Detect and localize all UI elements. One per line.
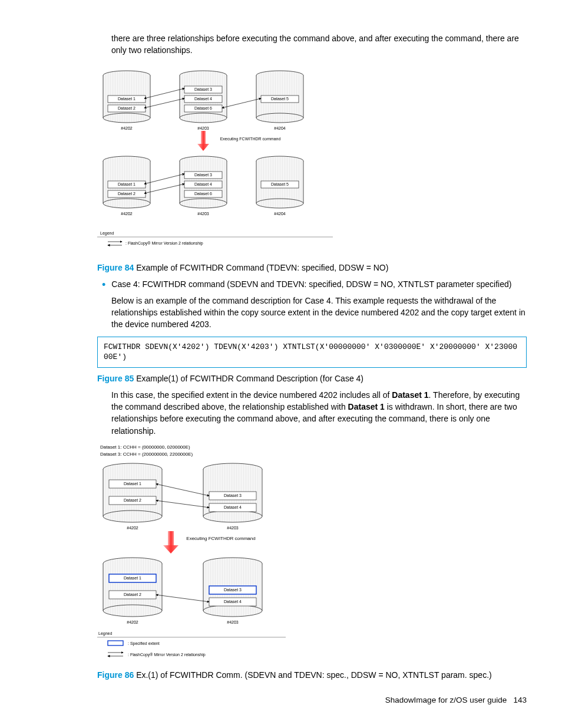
svg-text:Dataset 1: Dataset 1 bbox=[118, 97, 135, 101]
svg-line-124 bbox=[156, 595, 209, 602]
figure-85-label: Figure 85 bbox=[97, 374, 134, 383]
bullet-icon: • bbox=[102, 279, 105, 290]
svg-point-52 bbox=[180, 199, 227, 208]
figure-86-caption: Figure 86 Ex.(1) of FCWITHDR Comm. (SDEV… bbox=[97, 670, 527, 680]
svg-text:Dataset 2: Dataset 2 bbox=[124, 592, 141, 597]
svg-rect-101 bbox=[168, 531, 174, 545]
svg-point-83 bbox=[103, 510, 162, 522]
svg-point-64 bbox=[256, 199, 303, 208]
intro-paragraph: there are three relationships before exe… bbox=[97, 32, 527, 57]
svg-text:#4203: #4203 bbox=[197, 212, 209, 216]
svg-text:#4203: #4203 bbox=[197, 126, 209, 130]
svg-text:Dataset 4: Dataset 4 bbox=[194, 97, 212, 101]
figure-84-caption: Figure 84 Example of FCWITHDR Command (T… bbox=[97, 263, 527, 272]
svg-text:Dataset 3:  CCHH = (200000000,: Dataset 3: CCHH = (200000000, 2200000E) bbox=[100, 452, 193, 457]
svg-line-99 bbox=[156, 484, 209, 496]
svg-point-93 bbox=[203, 510, 262, 522]
svg-point-28 bbox=[256, 113, 303, 123]
svg-point-16 bbox=[180, 113, 227, 123]
svg-text:Dataset 1: Dataset 1 bbox=[124, 576, 141, 580]
diagram-figure-86: Dataset 1: CCHH = (00000000, 0200000E) D… bbox=[97, 443, 286, 667]
svg-text:Dataset 4: Dataset 4 bbox=[224, 599, 242, 604]
svg-text:#4203: #4203 bbox=[227, 620, 239, 624]
svg-text:#4203: #4203 bbox=[227, 526, 239, 530]
svg-text:#4202: #4202 bbox=[121, 212, 133, 216]
svg-text:#4204: #4204 bbox=[274, 126, 286, 130]
svg-marker-102 bbox=[163, 545, 178, 554]
svg-rect-80 bbox=[103, 469, 162, 516]
svg-text:#4202: #4202 bbox=[127, 620, 138, 624]
svg-text:: FlashCopy® Mirror Version 2 : : FlashCopy® Mirror Version 2 relationsh… bbox=[128, 653, 206, 657]
svg-text:Dataset 6: Dataset 6 bbox=[194, 192, 212, 196]
svg-text:Dataset 1: Dataset 1 bbox=[118, 182, 135, 186]
case4-paragraph: Below is an example of the command descr… bbox=[97, 295, 527, 331]
svg-point-108 bbox=[103, 605, 162, 617]
case4-bullet-text: Case 4: FCWITHDR command (SDEVN and TDEV… bbox=[111, 278, 511, 290]
svg-text:Dataset 3: Dataset 3 bbox=[224, 588, 242, 592]
svg-text:Executing FCWITHDR command: Executing FCWITHDR command bbox=[186, 536, 255, 541]
case4-result-paragraph: In this case, the specified extent in th… bbox=[97, 389, 527, 437]
svg-text:: Specified extent: : Specified extent bbox=[128, 641, 160, 646]
svg-text:Dataset 2: Dataset 2 bbox=[118, 192, 135, 196]
svg-text:Dataset 2: Dataset 2 bbox=[124, 498, 141, 502]
svg-text:Dataset 6: Dataset 6 bbox=[194, 106, 212, 110]
svg-marker-36 bbox=[197, 144, 209, 151]
svg-text:Dataset 1:  CCHH = (00000000, : Dataset 1: CCHH = (00000000, 0200000E) bbox=[100, 444, 190, 450]
svg-point-118 bbox=[203, 605, 262, 617]
svg-text:Dataset 4: Dataset 4 bbox=[194, 182, 212, 186]
figure-86-label: Figure 86 bbox=[97, 670, 134, 680]
svg-line-34 bbox=[222, 98, 261, 108]
svg-line-100 bbox=[156, 500, 209, 508]
svg-rect-105 bbox=[103, 564, 162, 611]
svg-text:: FlashCopy® Mirror Version 2 : : FlashCopy® Mirror Version 2 relationsh… bbox=[125, 241, 203, 246]
svg-rect-35 bbox=[201, 131, 206, 144]
svg-text:Legend: Legend bbox=[100, 231, 114, 236]
code-block-fc-withdr: FCWITHDR SDEVN(X'4202') TDEVN(X'4203') X… bbox=[97, 337, 527, 368]
svg-text:#4202: #4202 bbox=[127, 526, 138, 530]
svg-text:#4202: #4202 bbox=[121, 126, 133, 130]
svg-rect-127 bbox=[108, 641, 123, 645]
svg-text:Dataset 3: Dataset 3 bbox=[224, 493, 242, 498]
svg-text:Legned: Legned bbox=[98, 631, 112, 636]
svg-point-6 bbox=[103, 113, 150, 123]
svg-text:Dataset 3: Dataset 3 bbox=[194, 87, 212, 91]
svg-text:Dataset 1: Dataset 1 bbox=[124, 482, 141, 486]
figure-85-caption: Figure 85 Example(1) of FCWITHDR Command… bbox=[97, 374, 527, 383]
svg-text:Dataset 5: Dataset 5 bbox=[271, 97, 289, 101]
svg-text:Executing FCWITHDR command: Executing FCWITHDR command bbox=[220, 137, 281, 141]
page-footer: ShadowImage for z/OS user guide 143 bbox=[385, 696, 527, 704]
svg-text:Dataset 2: Dataset 2 bbox=[118, 106, 135, 110]
svg-text:Dataset 5: Dataset 5 bbox=[271, 182, 289, 186]
case4-bullet-row: • Case 4: FCWITHDR command (SDEVN and TD… bbox=[97, 278, 527, 290]
svg-text:Dataset 4: Dataset 4 bbox=[224, 505, 242, 509]
figure-84-label: Figure 84 bbox=[97, 263, 134, 272]
svg-text:#4204: #4204 bbox=[274, 212, 286, 216]
svg-point-42 bbox=[103, 199, 150, 208]
svg-text:Dataset 3: Dataset 3 bbox=[194, 173, 212, 177]
diagram-figure-84: Dataset 1 Dataset 2 #4202 Dataset 3 Data… bbox=[97, 65, 333, 259]
